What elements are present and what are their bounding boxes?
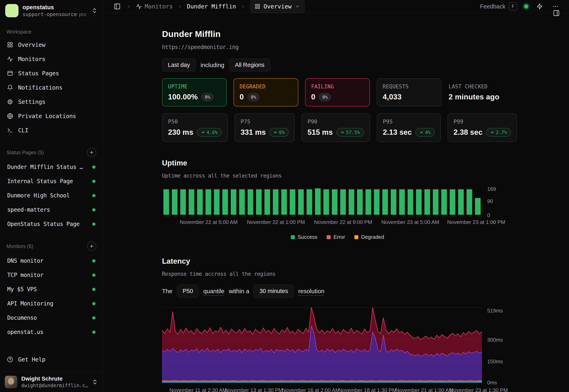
stat-label: FAILING bbox=[311, 84, 364, 90]
uptime-bar[interactable] bbox=[205, 189, 211, 215]
sidebar-item-monitors[interactable]: Monitors bbox=[5, 52, 98, 66]
sidebar-item-label: CLI bbox=[18, 127, 28, 134]
sidebar-item-overview[interactable]: Overview bbox=[5, 38, 98, 52]
x-axis-label: November 21 at 1:00 AM bbox=[395, 387, 453, 392]
uptime-bar[interactable] bbox=[458, 189, 464, 215]
chevrons-up-down-icon bbox=[92, 379, 98, 385]
sidebar-toggle-button[interactable] bbox=[113, 2, 122, 11]
percentile-delta-badge: 6% bbox=[269, 128, 289, 137]
uptime-bar[interactable] bbox=[264, 189, 270, 215]
quantile-label[interactable]: quantile bbox=[203, 288, 224, 294]
add-status-page-button[interactable] bbox=[87, 148, 96, 157]
uptime-bar[interactable] bbox=[424, 189, 430, 215]
status-page-item[interactable]: speed-matters bbox=[5, 203, 98, 217]
monitor-item[interactable]: Documenso bbox=[5, 311, 98, 325]
status-page-item[interactable]: Dunmore High School bbox=[5, 188, 98, 203]
latency-section-title: Latency bbox=[162, 257, 513, 266]
breadcrumb-monitor-name[interactable]: Dunder Mifflin bbox=[187, 3, 236, 10]
uptime-bar[interactable] bbox=[441, 189, 447, 215]
percentile-delta-badge: 4% bbox=[415, 128, 435, 137]
uptime-bar[interactable] bbox=[416, 189, 422, 215]
page-title: Dunder Mifflin bbox=[162, 29, 513, 39]
uptime-bar[interactable] bbox=[273, 189, 278, 215]
uptime-bar[interactable] bbox=[408, 189, 413, 215]
uptime-bar[interactable] bbox=[281, 189, 287, 215]
uptime-bar[interactable] bbox=[332, 189, 337, 215]
stat-label: LAST CHECKED bbox=[449, 84, 507, 90]
uptime-bar[interactable] bbox=[231, 189, 236, 215]
y-axis-label: 150ms bbox=[487, 358, 503, 365]
status-pages-list: Dunder Mifflin Status …Internal Status P… bbox=[5, 160, 98, 231]
workspace-switcher[interactable]: openstatus support-opensourcepro bbox=[0, 0, 103, 21]
x-axis-label: November 22 at 9:00 PM bbox=[314, 219, 372, 225]
list-item-label: openstat.us bbox=[7, 329, 44, 335]
uptime-bar[interactable] bbox=[349, 189, 354, 215]
monitor-item[interactable]: API Monitoring bbox=[5, 296, 98, 311]
plan-badge: pro bbox=[79, 12, 86, 17]
uptime-bar[interactable] bbox=[214, 189, 219, 215]
uptime-bar[interactable] bbox=[239, 189, 245, 215]
percentile-delta-badge: 2.7% bbox=[486, 128, 511, 137]
status-dot bbox=[92, 259, 95, 263]
monitor-item[interactable]: TCP monitor bbox=[5, 268, 98, 282]
uptime-bar[interactable] bbox=[222, 189, 228, 215]
system-status-indicator[interactable] bbox=[524, 4, 528, 9]
stat-value: 2 minutes ago bbox=[449, 93, 499, 101]
x-axis-label: November 18 at 1:30 PM bbox=[338, 387, 396, 392]
status-page-item[interactable]: Dunder Mifflin Status … bbox=[5, 160, 98, 174]
uptime-bar[interactable] bbox=[323, 189, 329, 215]
uptime-bar[interactable] bbox=[382, 189, 388, 215]
uptime-bar[interactable] bbox=[340, 189, 346, 215]
sidebar-item-cli[interactable]: CLI bbox=[5, 123, 98, 137]
uptime-bar[interactable] bbox=[197, 189, 203, 215]
monitor-item[interactable]: openstat.us bbox=[5, 325, 98, 339]
status-page-item[interactable]: Internal Status Page bbox=[5, 174, 98, 188]
uptime-bar[interactable] bbox=[290, 189, 295, 215]
uptime-bar[interactable] bbox=[163, 189, 169, 215]
resolution-select-button[interactable]: 30 minutes bbox=[254, 285, 294, 298]
sidebar-item-notifications[interactable]: Notifications bbox=[5, 80, 98, 95]
monitor-item[interactable]: DNS monitor bbox=[5, 254, 98, 268]
uptime-chart-svg bbox=[162, 188, 482, 215]
stat-badge: 0% bbox=[201, 93, 214, 101]
keyboard-shortcut-badge: F bbox=[509, 2, 517, 11]
uptime-bar[interactable] bbox=[391, 189, 396, 215]
sidebar: openstatus support-opensourcepro Workspa… bbox=[0, 0, 103, 392]
view-selector-button[interactable]: Overview bbox=[250, 0, 305, 13]
feedback-button[interactable]: Feedback F bbox=[480, 2, 517, 11]
uptime-bar[interactable] bbox=[365, 189, 371, 215]
uptime-bar[interactable] bbox=[180, 189, 186, 215]
uptime-bar[interactable] bbox=[315, 188, 321, 215]
uptime-bar[interactable] bbox=[248, 189, 253, 215]
list-item-label: My $5 VPS bbox=[7, 286, 37, 293]
uptime-bar[interactable] bbox=[189, 189, 194, 215]
uptime-bar[interactable] bbox=[433, 189, 438, 215]
get-help-button[interactable]: Get Help bbox=[5, 352, 98, 366]
uptime-bar[interactable] bbox=[467, 189, 472, 215]
uptime-bar[interactable] bbox=[256, 189, 262, 215]
user-menu[interactable]: Dwight Schrute dwight@dundermifflin.c… bbox=[0, 372, 103, 392]
uptime-bar[interactable] bbox=[450, 189, 455, 215]
quantile-select-button[interactable]: P50 bbox=[177, 285, 199, 298]
monitor-item[interactable]: My $5 VPS bbox=[5, 282, 98, 296]
uptime-bar[interactable] bbox=[306, 189, 312, 215]
sidebar-item-settings[interactable]: Settings bbox=[5, 95, 98, 109]
uptime-bar[interactable] bbox=[172, 189, 177, 215]
right-panel-toggle-button[interactable] bbox=[552, 8, 561, 18]
breadcrumb-monitors[interactable]: Monitors bbox=[136, 3, 173, 10]
regions-filter-button[interactable]: All Regions bbox=[229, 58, 270, 71]
period-filter-button[interactable]: Last day bbox=[162, 58, 196, 71]
status-page-item[interactable]: OpenStatus Status Page bbox=[5, 217, 98, 231]
uptime-bar[interactable] bbox=[475, 198, 481, 215]
sidebar-item-status-pages[interactable]: Status Pages bbox=[5, 66, 98, 80]
uptime-bar[interactable] bbox=[298, 189, 304, 215]
uptime-bar[interactable] bbox=[374, 189, 379, 215]
add-monitor-button[interactable] bbox=[87, 242, 96, 251]
uptime-bar[interactable] bbox=[399, 189, 405, 215]
uptime-bar[interactable] bbox=[357, 189, 363, 215]
x-axis-label: November 23 at 1:30 PM bbox=[450, 387, 508, 392]
sidebar-item-private-locations[interactable]: Private Locations bbox=[5, 109, 98, 123]
resolution-label[interactable]: resolution bbox=[298, 288, 324, 294]
sidebar-item-label: Settings bbox=[18, 98, 45, 105]
command-menu-button[interactable] bbox=[535, 2, 544, 11]
